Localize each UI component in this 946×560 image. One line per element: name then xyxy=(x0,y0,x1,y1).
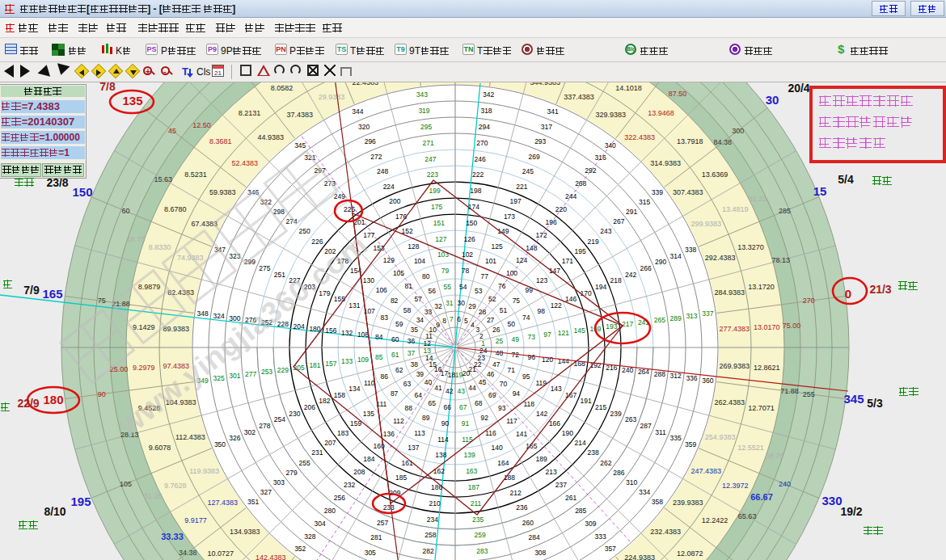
svg-text:171: 171 xyxy=(562,257,573,265)
svg-text:193: 193 xyxy=(606,322,617,331)
svg-text:127.4383: 127.4383 xyxy=(208,499,239,507)
svg-text:271: 271 xyxy=(423,139,434,147)
svg-text:138: 138 xyxy=(435,451,446,459)
svg-text:185: 185 xyxy=(395,474,407,482)
svg-text:144: 144 xyxy=(558,357,569,365)
svg-text:233: 233 xyxy=(383,503,395,512)
svg-text:348: 348 xyxy=(197,309,209,318)
svg-text:26: 26 xyxy=(492,326,500,334)
svg-text:324: 324 xyxy=(213,312,224,320)
svg-text:46: 46 xyxy=(487,370,495,378)
svg-text:282: 282 xyxy=(423,547,434,555)
svg-text:300: 300 xyxy=(229,314,240,322)
svg-text:322: 322 xyxy=(260,198,272,206)
svg-text:2: 2 xyxy=(479,332,484,340)
svg-text:63: 63 xyxy=(403,380,412,388)
svg-text:104: 104 xyxy=(414,257,425,265)
svg-text:126: 126 xyxy=(464,235,475,243)
svg-text:71: 71 xyxy=(508,366,516,374)
svg-text:200: 200 xyxy=(389,197,400,205)
svg-text:285: 285 xyxy=(575,507,586,515)
svg-text:283: 283 xyxy=(476,547,488,555)
svg-text:71.88: 71.88 xyxy=(780,387,799,395)
svg-text:255: 255 xyxy=(298,459,310,467)
svg-text:59.9383: 59.9383 xyxy=(209,188,236,196)
svg-text:148: 148 xyxy=(526,244,537,252)
svg-text:13.6369: 13.6369 xyxy=(702,171,729,179)
svg-text:263: 263 xyxy=(625,415,636,423)
svg-text:246: 246 xyxy=(475,155,486,163)
svg-text:286: 286 xyxy=(613,469,624,477)
svg-text:239: 239 xyxy=(610,410,622,418)
svg-text:12.0872: 12.0872 xyxy=(677,549,703,558)
svg-text:197: 197 xyxy=(510,197,522,205)
svg-text:267: 267 xyxy=(613,217,624,225)
svg-text:19/2: 19/2 xyxy=(840,505,862,518)
svg-text:272: 272 xyxy=(370,153,382,161)
svg-text:162: 162 xyxy=(433,467,445,475)
svg-text:41: 41 xyxy=(434,384,442,392)
svg-text:13.4819: 13.4819 xyxy=(722,205,749,213)
svg-text:247: 247 xyxy=(424,155,436,163)
svg-text:176: 176 xyxy=(395,213,407,221)
svg-text:226: 226 xyxy=(311,238,323,246)
svg-text:266: 266 xyxy=(640,264,651,272)
svg-text:281: 281 xyxy=(370,533,382,541)
svg-text:314.9383: 314.9383 xyxy=(650,159,681,167)
svg-text:142.4383: 142.4383 xyxy=(256,554,286,560)
svg-text:96: 96 xyxy=(527,353,535,361)
svg-text:203: 203 xyxy=(304,283,315,291)
svg-text:86: 86 xyxy=(380,373,388,381)
svg-text:323: 323 xyxy=(229,252,240,260)
svg-text:308: 308 xyxy=(534,549,546,557)
svg-text:234: 234 xyxy=(427,516,438,524)
svg-text:292.4383: 292.4383 xyxy=(705,254,736,262)
svg-text:194: 194 xyxy=(595,283,606,291)
svg-text:270: 270 xyxy=(476,139,488,147)
svg-text:206: 206 xyxy=(304,403,315,411)
svg-text:210: 210 xyxy=(429,499,440,507)
svg-text:4: 4 xyxy=(471,321,475,329)
svg-text:293: 293 xyxy=(534,137,546,145)
svg-text:190: 190 xyxy=(562,429,573,437)
svg-text:124: 124 xyxy=(516,256,527,264)
svg-text:170: 170 xyxy=(581,289,592,297)
svg-text:242: 242 xyxy=(625,271,636,279)
svg-text:350: 350 xyxy=(214,440,226,448)
svg-text:295: 295 xyxy=(420,123,432,131)
svg-text:180: 180 xyxy=(309,325,320,333)
svg-text:103: 103 xyxy=(437,251,449,259)
svg-text:134.9383: 134.9383 xyxy=(230,528,260,536)
svg-text:290: 290 xyxy=(655,258,666,266)
svg-text:287: 287 xyxy=(640,422,651,430)
svg-text:59: 59 xyxy=(395,320,403,328)
svg-text:42: 42 xyxy=(446,387,454,395)
svg-text:25.00: 25.00 xyxy=(110,365,129,373)
svg-text:329.9383: 329.9383 xyxy=(595,111,626,119)
svg-text:337: 337 xyxy=(702,309,713,318)
svg-text:108: 108 xyxy=(357,331,369,339)
svg-text:276: 276 xyxy=(245,316,256,324)
svg-text:307.4383: 307.4383 xyxy=(673,188,703,196)
svg-text:347: 347 xyxy=(214,246,226,254)
svg-text:84: 84 xyxy=(375,333,383,341)
svg-text:146: 146 xyxy=(565,295,576,303)
svg-text:269: 269 xyxy=(528,153,539,161)
svg-text:18.75: 18.75 xyxy=(127,235,146,243)
svg-text:328: 328 xyxy=(304,533,315,541)
svg-text:12.50: 12.50 xyxy=(192,121,211,129)
svg-text:130: 130 xyxy=(363,276,374,284)
svg-text:341: 341 xyxy=(547,107,558,116)
svg-text:28: 28 xyxy=(479,308,487,316)
svg-text:261: 261 xyxy=(565,494,576,502)
svg-text:174: 174 xyxy=(468,203,479,211)
svg-text:132: 132 xyxy=(341,329,353,337)
svg-text:8.9879: 8.9879 xyxy=(138,283,161,291)
svg-text:37: 37 xyxy=(408,349,416,357)
svg-text:312: 312 xyxy=(670,372,682,380)
svg-text:265: 265 xyxy=(654,316,665,324)
svg-text:258: 258 xyxy=(424,531,436,539)
svg-text:9.4528: 9.4528 xyxy=(138,404,161,412)
svg-text:31: 31 xyxy=(446,299,454,307)
svg-text:135: 135 xyxy=(122,94,142,107)
